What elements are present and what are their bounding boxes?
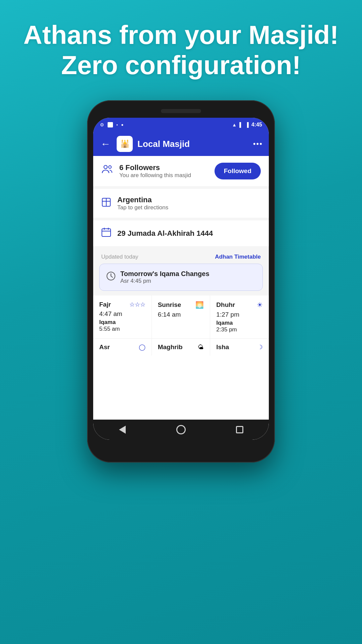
- square-icon: [108, 122, 113, 127]
- gear-icon: ⚙: [100, 122, 104, 127]
- date-card: 29 Jumada Al-Akhirah 1444: [93, 220, 269, 246]
- dhuhr-header: Dhuhr ☀: [216, 301, 263, 309]
- hero-title: Athans from your Masjid! Zero configurat…: [13, 20, 349, 80]
- hijri-date: 29 Jumada Al-Akhirah 1444: [117, 229, 213, 238]
- updated-label: Updated today: [101, 254, 138, 260]
- maghrib-header: Maghrib 🌤: [158, 343, 204, 351]
- nav-home-button[interactable]: [174, 423, 188, 436]
- fajr-name: Fajr: [99, 301, 111, 308]
- svg-line-9: [111, 276, 113, 277]
- app-bar-title: Local Masjid: [137, 139, 248, 149]
- status-bar: ⚙ ▪ ● ▲ ▌ ▐ 4:45: [93, 118, 269, 132]
- isha-name: Isha: [216, 343, 229, 351]
- fajr-iqama-label: Iqama: [99, 319, 145, 326]
- location-card[interactable]: Argentina Tap to get directions: [93, 189, 269, 218]
- more-options-button[interactable]: •••: [253, 140, 263, 148]
- svg-point-1: [109, 166, 111, 168]
- sunrise-cell: Sunrise 🌅 6:14 am: [152, 296, 210, 339]
- iqama-detail: Asr 4:45 pm: [120, 278, 209, 284]
- app-logo: 🕌: [117, 136, 133, 152]
- dot-icon: ●: [121, 122, 123, 127]
- phone-mockup: ⚙ ▪ ● ▲ ▌ ▐ 4:45 ← 🕌 Local Masjid: [0, 100, 362, 463]
- location-text: Argentina Tap to get directions: [117, 196, 168, 211]
- svg-point-0: [104, 165, 107, 169]
- app-bar: ← 🕌 Local Masjid •••: [93, 132, 269, 156]
- followers-icon: [101, 164, 113, 178]
- signal-icon: ▌: [239, 122, 243, 127]
- maghrib-icon: 🌤: [198, 344, 204, 351]
- dhuhr-iqama-label: Iqama: [216, 320, 263, 326]
- iqama-changes-banner: Tomorrow's Iqama Changes Asr 4:45 pm: [99, 264, 263, 291]
- location-icon: [101, 197, 111, 210]
- status-right-icons: ▲ ▌ ▐ 4:45: [232, 122, 262, 128]
- recents-square-icon: [236, 426, 243, 433]
- content-area: 6 Followers You are following this masji…: [93, 156, 269, 356]
- phone-top: [93, 106, 269, 116]
- clock-icon: [106, 271, 116, 283]
- asr-cell: Asr ◯: [93, 339, 152, 356]
- svg-rect-3: [102, 229, 111, 236]
- dhuhr-time: 1:27 pm: [216, 311, 263, 318]
- phone-screen: ⚙ ▪ ● ▲ ▌ ▐ 4:45 ← 🕌 Local Masjid: [93, 118, 269, 440]
- hero-section: Athans from your Masjid! Zero configurat…: [0, 0, 362, 90]
- asr-name: Asr: [99, 343, 110, 351]
- isha-icon: ☽: [257, 343, 263, 351]
- phone-frame: ⚙ ▪ ● ▲ ▌ ▐ 4:45 ← 🕌 Local Masjid: [87, 100, 275, 463]
- fajr-iqama-time: 5:55 am: [99, 326, 145, 332]
- bottom-navigation: [93, 420, 269, 440]
- followers-info: 6 Followers You are following this masji…: [101, 163, 191, 179]
- location-name: Argentina: [117, 196, 168, 204]
- fajr-header: Fajr ☆☆☆: [99, 301, 145, 308]
- followers-card: 6 Followers You are following this masji…: [93, 156, 269, 186]
- iqama-text: Tomorrow's Iqama Changes Asr 4:45 pm: [120, 270, 209, 284]
- dhuhr-cell: Dhuhr ☀ 1:27 pm Iqama 2:35 pm: [210, 296, 269, 339]
- followers-count: 6 Followers: [119, 163, 191, 172]
- followers-text: 6 Followers You are following this masji…: [119, 163, 191, 179]
- fajr-time: 4:47 am: [99, 310, 145, 318]
- battery-full-icon: ▐: [245, 122, 249, 127]
- fajr-cell: Fajr ☆☆☆ 4:47 am Iqama 5:55 am: [93, 296, 152, 339]
- sunrise-icon: 🌅: [195, 301, 204, 309]
- maghrib-name: Maghrib: [158, 343, 183, 351]
- followers-subtitle: You are following this masjid: [119, 172, 191, 179]
- masjid-logo-icon: 🕌: [120, 140, 129, 148]
- sunrise-time: 6:14 am: [158, 311, 204, 318]
- asr-header: Asr ◯: [99, 343, 145, 351]
- dhuhr-icon: ☀: [257, 301, 263, 309]
- asr-icon: ◯: [139, 343, 145, 351]
- status-left-icons: ⚙ ▪ ●: [100, 122, 124, 127]
- location-subtitle: Tap to get directions: [117, 204, 168, 211]
- isha-header: Isha ☽: [216, 343, 263, 351]
- dhuhr-iqama-time: 2:35 pm: [216, 326, 263, 333]
- back-triangle-icon: [119, 426, 126, 434]
- time-display: 4:45: [251, 122, 262, 128]
- iqama-title: Tomorrow's Iqama Changes: [120, 270, 209, 278]
- sunrise-header: Sunrise 🌅: [158, 301, 204, 309]
- wifi-icon: ▲: [232, 122, 237, 127]
- timetable-header: Updated today Adhan Timetable: [93, 249, 269, 264]
- sunrise-name: Sunrise: [158, 301, 181, 309]
- maghrib-cell: Maghrib 🌤: [152, 339, 210, 356]
- speaker: [161, 109, 201, 113]
- followers-row: 6 Followers You are following this masji…: [101, 163, 261, 179]
- fajr-icon: ☆☆☆: [129, 301, 145, 308]
- prayer-times-partial-row: Asr ◯ Maghrib 🌤 Isha ☽: [93, 339, 269, 356]
- dhuhr-name: Dhuhr: [216, 301, 235, 309]
- battery-icon: ▪: [116, 122, 118, 127]
- prayer-times-grid: Fajr ☆☆☆ 4:47 am Iqama 5:55 am Sunrise 🌅: [93, 296, 269, 339]
- calendar-icon: [101, 227, 111, 239]
- followed-button[interactable]: Followed: [215, 163, 261, 179]
- adhan-timetable-link[interactable]: Adhan Timetable: [215, 254, 261, 260]
- nav-recents-button[interactable]: [233, 423, 246, 436]
- isha-cell: Isha ☽: [210, 339, 269, 356]
- home-circle-icon: [176, 425, 186, 434]
- nav-back-button[interactable]: [116, 423, 129, 436]
- back-button[interactable]: ←: [99, 137, 112, 151]
